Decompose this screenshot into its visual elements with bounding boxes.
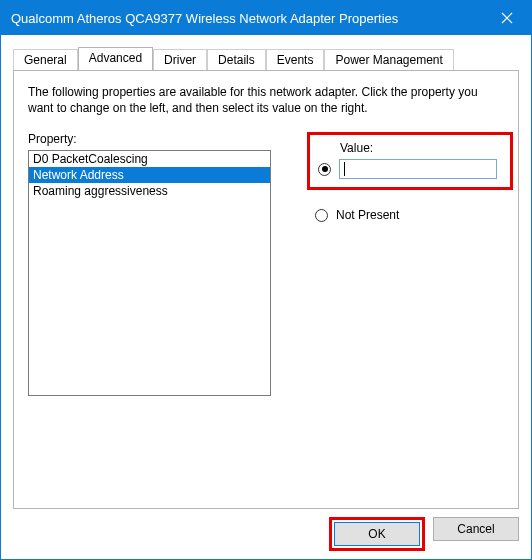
value-label: Value: <box>340 141 502 155</box>
tab-details[interactable]: Details <box>207 49 266 71</box>
tab-advanced[interactable]: Advanced <box>78 47 153 70</box>
radio-value[interactable] <box>318 163 331 176</box>
list-item[interactable]: Network Address <box>29 167 270 183</box>
dialog-body: General Advanced Driver Details Events P… <box>1 35 531 559</box>
ok-highlight-box: OK <box>329 517 425 551</box>
tab-power-management[interactable]: Power Management <box>324 49 453 71</box>
not-present-label: Not Present <box>336 208 399 222</box>
value-highlight-box: Value: <box>307 132 513 190</box>
titlebar: Qualcomm Atheros QCA9377 Wireless Networ… <box>1 1 531 35</box>
list-item[interactable]: Roaming aggressiveness <box>29 183 270 199</box>
radio-not-present[interactable] <box>315 209 328 222</box>
tab-driver[interactable]: Driver <box>153 49 207 71</box>
dialog-buttons: OK Cancel <box>13 517 519 551</box>
close-button[interactable] <box>483 1 531 35</box>
property-listbox[interactable]: D0 PacketCoalescing Network Address Roam… <box>28 150 271 396</box>
tab-page-advanced: The following properties are available f… <box>13 70 519 509</box>
list-item[interactable]: D0 PacketCoalescing <box>29 151 270 167</box>
cancel-button[interactable]: Cancel <box>433 517 519 541</box>
property-label: Property: <box>28 132 271 146</box>
window-title: Qualcomm Atheros QCA9377 Wireless Networ… <box>11 11 483 26</box>
close-icon <box>501 12 513 24</box>
tab-strip: General Advanced Driver Details Events P… <box>13 47 519 70</box>
ok-button[interactable]: OK <box>334 522 420 546</box>
description-text: The following properties are available f… <box>28 85 488 116</box>
text-caret <box>344 162 345 176</box>
tab-events[interactable]: Events <box>266 49 325 71</box>
value-input[interactable] <box>339 159 497 179</box>
tab-general[interactable]: General <box>13 49 78 71</box>
